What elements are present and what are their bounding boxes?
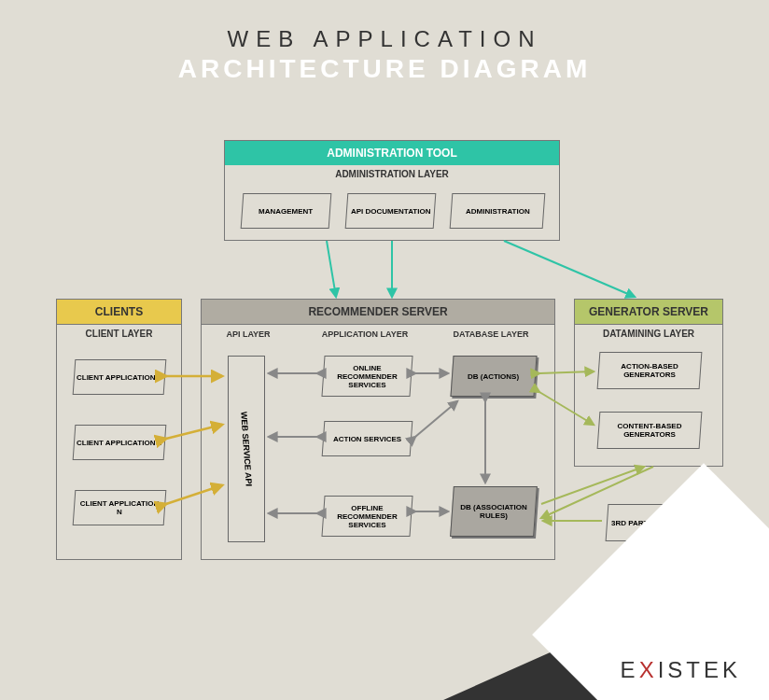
web-service-api-box: WEB SERVICE API: [228, 356, 265, 542]
client-app-n-box: CLIENT APPLICATION N: [73, 490, 167, 525]
admin-management-box: MANAGEMENT: [241, 193, 332, 229]
db-layer-label: DATABASE LAYER: [449, 329, 533, 339]
action-services-box: ACTION SERVICES: [322, 421, 413, 456]
app-layer-label: APPLICATION LAYER: [318, 329, 412, 339]
admin-layer-label: ADMINISTRATION LAYER: [225, 165, 559, 185]
admin-tool-box: ADMINISTRATION TOOL ADMINISTRATION LAYER…: [224, 140, 560, 241]
clients-layer-label: CLIENT LAYER: [57, 325, 181, 344]
client-app-1-box: CLIENT APPLICATION 1: [73, 359, 167, 395]
generator-header: GENERATOR SERVER: [575, 300, 722, 325]
clients-box: CLIENTS CLIENT LAYER CLIENT APPLICATION …: [56, 299, 182, 560]
content-based-generators-box: CONTENT-BASED GENERATORS: [597, 412, 703, 449]
title-line-2: ARCHITECTURE DIAGRAM: [0, 54, 769, 84]
action-based-generators-box: ACTION-BASED GENERATORS: [597, 352, 703, 389]
recommender-box: RECOMMENDER SERVER API LAYER APPLICATION…: [201, 299, 555, 560]
db-association-rules-box: DB (ASSOCIATION RULES): [450, 486, 538, 537]
api-layer-label: API LAYER: [220, 329, 276, 339]
recommender-header: RECOMMENDER SERVER: [202, 300, 554, 325]
admin-api-doc-box: API DOCUMENTATION: [345, 193, 437, 229]
offline-recommender-box: OFFLINE RECOMMENDER SERVICES: [321, 496, 412, 537]
clients-header: CLIENTS: [57, 300, 181, 325]
db-actions-box: DB (ACTIONS): [450, 356, 537, 397]
online-recommender-box: ONLINE RECOMMENDER SERVICES: [321, 356, 412, 397]
generator-layer-label: DATAMINING LAYER: [575, 325, 722, 344]
admin-header: ADMINISTRATION TOOL: [225, 141, 559, 165]
generator-box: GENERATOR SERVER DATAMINING LAYER ACTION…: [574, 299, 723, 467]
diagram-title: WEB APPLICATION ARCHITECTURE DIAGRAM: [0, 0, 769, 84]
existek-logo: EXISTEK: [621, 657, 741, 683]
client-app-2-box: CLIENT APPLICATION 2: [73, 425, 167, 460]
title-line-1: WEB APPLICATION: [0, 26, 769, 52]
admin-administration-box: ADMINISTRATION: [450, 193, 546, 229]
